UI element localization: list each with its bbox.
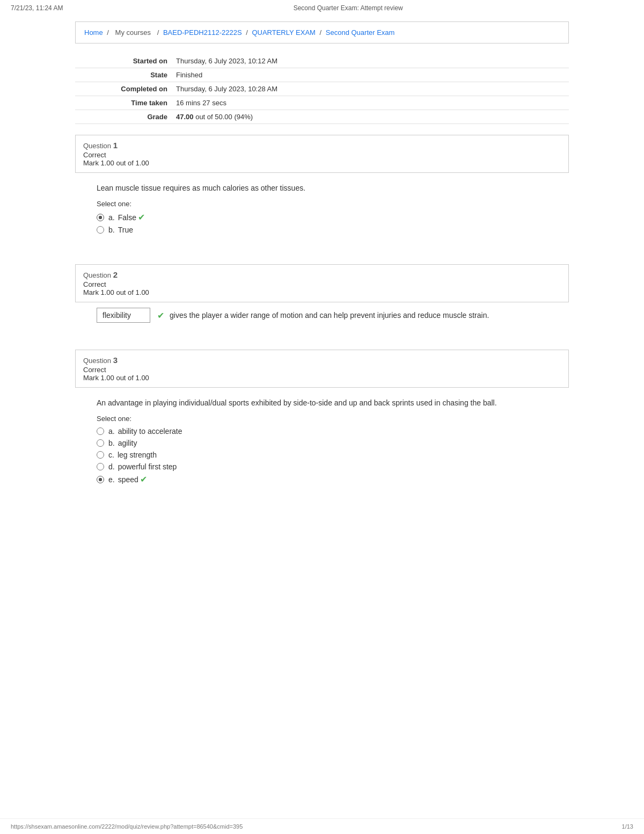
fill-blank-rest-text: gives the player a wider range of motion… — [170, 311, 489, 320]
header-title: Second Quarter Exam: Attempt review — [294, 4, 403, 12]
question-2-number: 2 — [113, 270, 118, 279]
option-text-0: False — [118, 213, 136, 222]
question-1-mark: Mark 1.00 out of 1.00 — [83, 159, 561, 167]
option-text-3: powerful first step — [118, 462, 177, 471]
breadcrumb-sep3: / — [246, 28, 250, 37]
time-taken-label: Time taken — [75, 96, 172, 110]
question-1-body: Lean muscle tissue requires as much calo… — [75, 173, 569, 253]
option-letter-0: a. — [108, 427, 115, 436]
info-row-started: Started on Thursday, 6 July 2023, 10:12 … — [75, 54, 569, 68]
question-3-radio-0 — [97, 427, 104, 435]
question-3-radio-2 — [97, 451, 104, 459]
question-1-radio-0 — [97, 214, 104, 221]
info-row-completed: Completed on Thursday, 6 July 2023, 10:2… — [75, 82, 569, 96]
question-1-option-1: b.True — [97, 226, 547, 234]
state-value: Finished — [172, 68, 569, 82]
option-letter-0: a. — [108, 213, 115, 222]
question-3-option-3: d.powerful first step — [97, 462, 547, 471]
question-1-label: Question 1 — [83, 141, 561, 150]
option-text-1: True — [118, 226, 133, 234]
page-header: 7/21/23, 11:24 AM Second Quarter Exam: A… — [0, 0, 644, 16]
attempt-info-table: Started on Thursday, 6 July 2023, 10:12 … — [75, 54, 569, 124]
question-3-radio-1 — [97, 439, 104, 447]
questions-container: Question 1 Correct Mark 1.00 out of 1.00… — [75, 135, 569, 504]
breadcrumb-home[interactable]: Home — [84, 28, 103, 37]
breadcrumb-quarterly[interactable]: QUARTERLY EXAM — [252, 28, 315, 37]
fill-blank-answer: flexibility — [97, 308, 150, 323]
breadcrumb-course[interactable]: BAED-PEDH2112-2222S — [163, 28, 242, 37]
question-2-mark: Mark 1.00 out of 1.00 — [83, 288, 561, 296]
question-1-options: a.False✔b.True — [97, 212, 547, 234]
question-3-header: Question 3 Correct Mark 1.00 out of 1.00 — [75, 350, 569, 388]
started-on-label: Started on — [75, 54, 172, 68]
option-letter-4: e. — [108, 475, 115, 484]
question-3-status: Correct — [83, 366, 561, 374]
question-3-select-label: Select one: — [97, 415, 547, 423]
question-2-fill-blank: flexibility✔gives the player a wider ran… — [75, 302, 569, 339]
breadcrumb: Home / My courses / BAED-PEDH2112-2222S … — [75, 21, 569, 43]
question-3-options: a.ability to accelerateb.agilityc.leg st… — [97, 427, 547, 484]
info-row-state: State Finished — [75, 68, 569, 82]
completed-on-label: Completed on — [75, 82, 172, 96]
option-text-1: agility — [118, 439, 137, 447]
grade-bold: 47.00 — [176, 113, 194, 121]
header-datetime: 7/21/23, 11:24 AM — [11, 4, 63, 12]
question-3-option-4: e.speed✔ — [97, 474, 547, 484]
time-taken-value: 16 mins 27 secs — [172, 96, 569, 110]
option-letter-2: c. — [108, 451, 114, 459]
option-letter-3: d. — [108, 462, 115, 471]
question-2-header: Question 2 Correct Mark 1.00 out of 1.00 — [75, 264, 569, 302]
option-text-0: ability to accelerate — [118, 427, 182, 436]
question-1-radio-1 — [97, 226, 104, 234]
question-1-header: Question 1 Correct Mark 1.00 out of 1.00 — [75, 135, 569, 173]
question-3-option-0: a.ability to accelerate — [97, 427, 547, 436]
option-text-4: speed — [118, 475, 138, 484]
check-icon-0: ✔ — [138, 212, 145, 222]
breadcrumb-sep1: / — [107, 28, 111, 37]
question-3-option-2: c.leg strength — [97, 451, 547, 459]
question-3-radio-3 — [97, 463, 104, 470]
question-3-mark: Mark 1.00 out of 1.00 — [83, 374, 561, 382]
question-2-label: Question 2 — [83, 270, 561, 279]
question-1-number: 1 — [113, 141, 118, 150]
breadcrumb-mycourses: My courses — [115, 28, 151, 37]
started-on-value: Thursday, 6 July 2023, 10:12 AM — [172, 54, 569, 68]
option-text-2: leg strength — [118, 451, 157, 459]
state-label: State — [75, 68, 172, 82]
question-1-option-0: a.False✔ — [97, 212, 547, 222]
main-content: Home / My courses / BAED-PEDH2112-2222S … — [64, 16, 580, 536]
completed-on-value: Thursday, 6 July 2023, 10:28 AM — [172, 82, 569, 96]
question-3-option-1: b.agility — [97, 439, 547, 447]
question-3-label: Question 3 — [83, 356, 561, 365]
question-3-text: An advantage in playing individual/dual … — [97, 398, 547, 407]
option-letter-1: b. — [108, 439, 115, 447]
question-3-number: 3 — [113, 356, 118, 365]
option-letter-1: b. — [108, 226, 115, 234]
question-3-body: An advantage in playing individual/dual … — [75, 388, 569, 504]
question-1-status: Correct — [83, 151, 561, 159]
breadcrumb-sep2: / — [157, 28, 161, 37]
question-1-text: Lean muscle tissue requires as much calo… — [97, 184, 547, 192]
grade-rest: out of 50.00 (94%) — [194, 113, 253, 121]
breadcrumb-sep4: / — [320, 28, 324, 37]
question-1-select-label: Select one: — [97, 200, 547, 208]
grade-label: Grade — [75, 110, 172, 124]
check-icon-4: ✔ — [140, 474, 147, 484]
question-2-status: Correct — [83, 280, 561, 288]
question-3-radio-4 — [97, 476, 104, 483]
fill-blank-check-icon: ✔ — [157, 310, 164, 321]
breadcrumb-second-quarter[interactable]: Second Quarter Exam — [326, 28, 395, 37]
info-row-timetaken: Time taken 16 mins 27 secs — [75, 96, 569, 110]
grade-value: 47.00 out of 50.00 (94%) — [172, 110, 569, 124]
info-row-grade: Grade 47.00 out of 50.00 (94%) — [75, 110, 569, 124]
